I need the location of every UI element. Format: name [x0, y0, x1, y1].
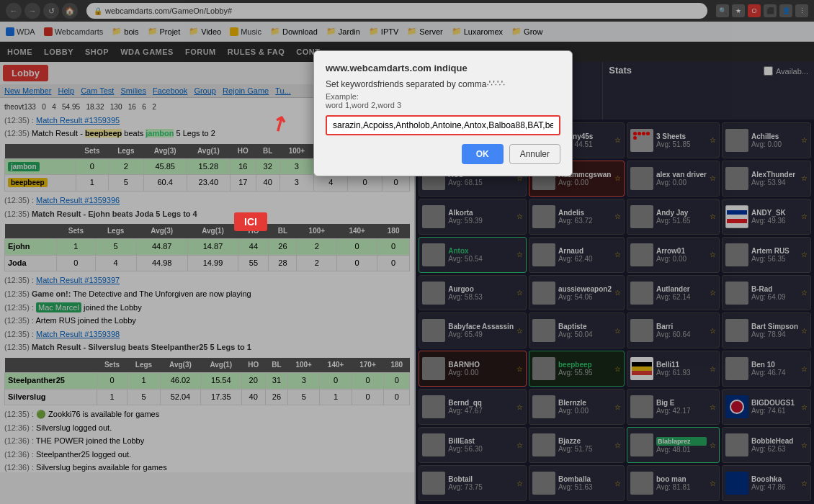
dialog-description: Set keywordsfriends separated by comma·'…	[326, 79, 560, 89]
dialog-title: www.webcamdarts.com indique	[326, 63, 560, 73]
dialog-buttons: OK Annuler	[326, 144, 560, 164]
dialog-ok-button[interactable]: OK	[462, 144, 504, 164]
arrow-annotation: ↗	[266, 109, 292, 138]
dialog-example: Example: word 1,word 2,word 3	[326, 92, 560, 109]
keywords-input[interactable]	[326, 115, 560, 135]
dialog-cancel-button[interactable]: Annuler	[509, 144, 560, 164]
dialog-overlay: www.webcamdarts.com indique Set keywords…	[0, 0, 814, 504]
ici-label: ICI	[234, 212, 267, 231]
keywords-dialog: www.webcamdarts.com indique Set keywords…	[313, 50, 573, 176]
